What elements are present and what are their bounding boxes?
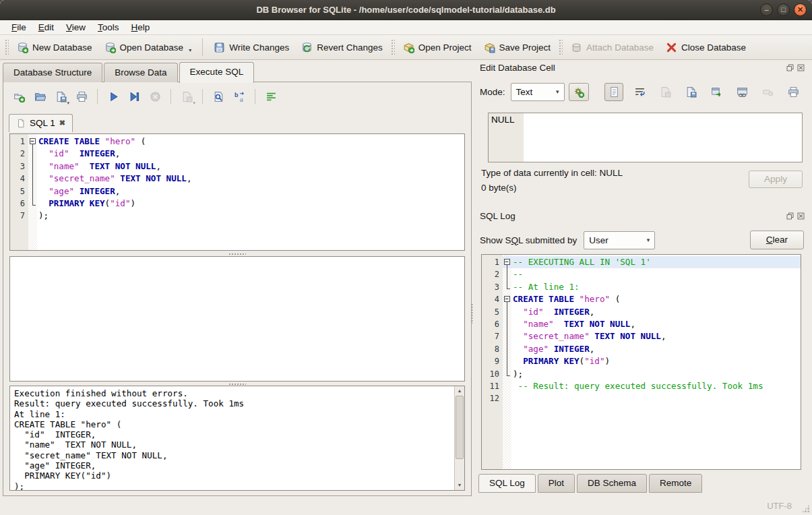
find-button[interactable]: [210, 88, 227, 105]
execution-message-text: Execution finished without errors.Result…: [14, 388, 452, 491]
word-wrap-icon: [634, 86, 646, 98]
write-changes-button[interactable]: Write Changes: [208, 38, 295, 57]
clear-button[interactable]: Clear: [750, 231, 804, 249]
revert-changes-icon: [301, 42, 313, 53]
auto-switch-mode-button[interactable]: [569, 83, 589, 101]
new-sql-tab-button[interactable]: [10, 88, 28, 105]
title-bar: DB Browser for SQLite - /home/user/code/…: [0, 0, 812, 20]
set-null-button[interactable]: [758, 83, 777, 101]
edit-database-cell-dock: Edit Database Cell Mode: Text ▾ NULL Typ…: [476, 60, 809, 206]
submitted-by-select[interactable]: User ▾: [584, 231, 655, 249]
toolbar-button-label: Revert Changes: [317, 42, 383, 53]
open-sql-file-button[interactable]: [31, 88, 49, 105]
save-project-button[interactable]: Save Project: [478, 38, 557, 57]
link-cell-button[interactable]: [732, 83, 751, 101]
bottom-tab-db-schema[interactable]: DB Schema: [577, 474, 647, 493]
float-dock-icon[interactable]: [786, 212, 794, 220]
bottom-tab-bar: SQL LogPlotDB SchemaRemote: [478, 474, 704, 493]
print-button[interactable]: [73, 88, 90, 105]
vertical-scrollbar[interactable]: ▲ ▼: [454, 386, 464, 490]
code-line: 6 "name" TEXT NOT NULL,: [482, 318, 801, 330]
cell-editor[interactable]: NULL: [488, 113, 803, 162]
float-dock-icon[interactable]: [786, 63, 794, 72]
code-line: 12: [482, 392, 801, 404]
toolbar-separator: [202, 89, 203, 104]
sql-editor[interactable]: 1−CREATE TABLE "hero" (2 "id" INTEGER,3 …: [9, 133, 465, 251]
save-results-button[interactable]: ▾: [178, 88, 195, 105]
menu-view[interactable]: View: [60, 21, 92, 34]
fold-marker-icon[interactable]: −: [504, 296, 510, 302]
fold-marker-icon[interactable]: −: [504, 259, 510, 265]
bottom-tab-remote[interactable]: Remote: [649, 474, 702, 493]
apply-button[interactable]: Apply: [749, 171, 803, 188]
code-line: 9 PRIMARY KEY("id"): [482, 355, 801, 367]
results-grid[interactable]: [9, 256, 465, 382]
scroll-down-icon[interactable]: ▼: [455, 481, 464, 490]
bottom-tab-plot[interactable]: Plot: [538, 474, 575, 493]
svg-text:a: a: [239, 96, 243, 102]
execute-line-button[interactable]: [125, 88, 143, 105]
close-tab-icon[interactable]: ✖: [59, 119, 65, 127]
scroll-up-icon[interactable]: ▲: [455, 386, 464, 396]
tab-execute-sql[interactable]: Execute SQL: [179, 62, 255, 83]
toolbar-grip: [559, 39, 563, 55]
menu-tools[interactable]: Tools: [92, 21, 125, 34]
stop-button[interactable]: [146, 88, 164, 105]
encoding-indicator[interactable]: UTF-8: [767, 501, 792, 511]
scrollbar-thumb[interactable]: [456, 396, 464, 459]
menu-help[interactable]: Help: [125, 21, 156, 34]
save-sql-file-button[interactable]: ▾: [52, 88, 69, 105]
format-sql-icon: [266, 91, 277, 102]
attach-database-button[interactable]: Attach Database: [565, 38, 660, 57]
window-title: DB Browser for SQLite - /home/user/code/…: [256, 5, 555, 15]
import-file-button[interactable]: [656, 83, 675, 101]
close-database-button[interactable]: Close Database: [660, 38, 752, 57]
word-wrap-button[interactable]: [630, 83, 649, 101]
code-line: 11 -- Result: query executed successfull…: [482, 380, 801, 392]
bottom-tab-sql-log[interactable]: SQL Log: [478, 474, 536, 493]
chevron-down-icon: ▾: [193, 100, 195, 106]
code-line: 4 "secret_name" TEXT NOT NULL,: [10, 173, 464, 185]
code-line: 8 "age" INTEGER,: [482, 343, 801, 355]
revert-changes-button[interactable]: Revert Changes: [295, 38, 389, 57]
sql-log-view[interactable]: 1−-- EXECUTING ALL IN 'SQL 1'2--3-- At l…: [481, 254, 801, 470]
tab-database-structure[interactable]: Database Structure: [3, 63, 102, 82]
print-cell-button[interactable]: [784, 83, 803, 101]
minimize-button[interactable]: –: [760, 3, 773, 16]
open-database-button[interactable]: Open Database▾: [98, 38, 198, 57]
toolbar-button-label: New Database: [32, 42, 92, 53]
text-view-button[interactable]: [604, 83, 623, 101]
print-cell-icon: [788, 86, 799, 98]
code-line: 3-- At line 1:: [482, 281, 801, 293]
execute-sql-panel: ▾▾ba SQL 1 ✖ 1−CREATE TABLE "hero" (2 "i…: [3, 82, 472, 496]
close-dock-icon[interactable]: [797, 63, 805, 72]
export-cell-button[interactable]: [707, 83, 726, 101]
close-dock-icon[interactable]: [797, 212, 805, 220]
save-sql-file-icon: [55, 91, 67, 102]
code-line: 4−CREATE TABLE "hero" (: [482, 293, 801, 305]
maximize-button[interactable]: □: [777, 3, 790, 16]
replace-button[interactable]: ba: [230, 88, 248, 105]
save-cell-button[interactable]: [681, 83, 700, 101]
tab-browse-data[interactable]: Browse Data: [104, 63, 177, 82]
execution-message-pane[interactable]: Execution finished without errors.Result…: [9, 386, 465, 491]
menu-file[interactable]: File: [5, 21, 32, 34]
open-project-button[interactable]: Open Project: [397, 38, 478, 57]
db-browser-window: DB Browser for SQLite - /home/user/code/…: [0, 0, 812, 515]
svg-text:b: b: [235, 92, 239, 98]
gear-icon: [573, 86, 584, 98]
sql-tab[interactable]: SQL 1 ✖: [9, 114, 73, 132]
main-tab-bar: Database StructureBrowse DataExecute SQL: [3, 61, 255, 82]
cell-editor-toolbar: [604, 83, 803, 101]
chevron-down-icon: ▾: [189, 47, 191, 53]
format-sql-button[interactable]: [262, 88, 280, 105]
fold-marker-icon[interactable]: −: [30, 138, 36, 144]
execute-all-icon: [108, 91, 119, 102]
menu-edit[interactable]: Edit: [32, 21, 60, 34]
mode-select[interactable]: Text ▾: [511, 83, 565, 101]
new-database-button[interactable]: New Database: [11, 38, 98, 57]
menu-bar: FileEditViewToolsHelp: [0, 20, 812, 35]
close-button[interactable]: ✕: [794, 3, 807, 16]
execute-all-button[interactable]: [104, 88, 122, 105]
resize-grip[interactable]: [801, 504, 810, 513]
